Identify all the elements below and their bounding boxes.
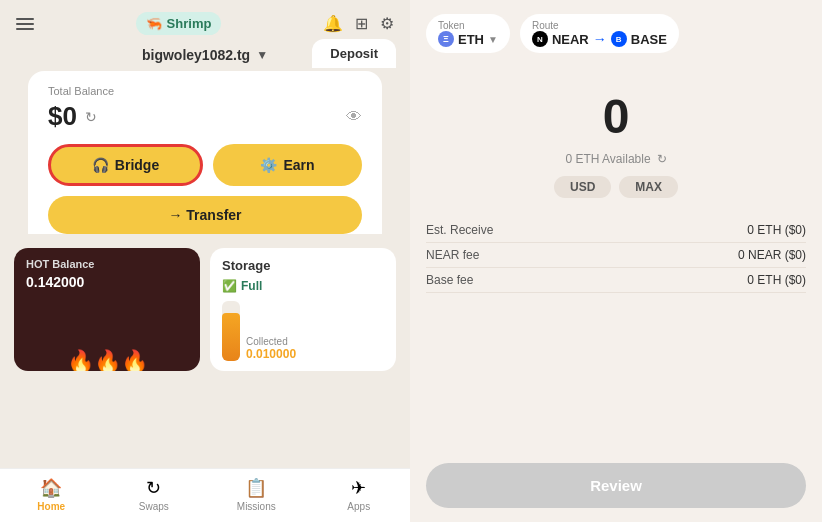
base-fee-value: 0 ETH ($0) [747, 273, 806, 287]
menu-icon[interactable] [16, 18, 34, 30]
cards-row: HOT Balance 0.142000 🔥🔥🔥 Storage ✅ Full … [14, 248, 396, 371]
eth-icon: Ξ [438, 31, 454, 47]
storage-collected-info: Collected 0.010000 [246, 336, 296, 361]
bell-icon[interactable]: 🔔 [323, 14, 343, 33]
account-name: bigwoley1082.tg [142, 47, 250, 63]
storage-label: Storage [222, 258, 384, 273]
route-header: Token Ξ ETH ▼ Route N NEAR → B BASE [426, 14, 806, 53]
balance-section: Total Balance $0 ↻ 👁 🎧 Bridge ⚙️ Earn [28, 71, 382, 234]
near-fee-row: NEAR fee 0 NEAR ($0) [426, 243, 806, 268]
top-bar: 🦐 Shrimp 🔔 ⊞ ⚙ [0, 0, 410, 43]
nav-home-label: Home [37, 501, 65, 512]
near-fee-label: NEAR fee [426, 248, 479, 262]
est-receive-value: 0 ETH ($0) [747, 223, 806, 237]
missions-icon: 📋 [245, 477, 267, 499]
token-chevron-icon: ▼ [488, 34, 498, 45]
bridge-button[interactable]: 🎧 Bridge [48, 144, 203, 186]
action-buttons: 🎧 Bridge ⚙️ Earn [48, 144, 362, 186]
nav-swaps[interactable]: ↻ Swaps [103, 477, 206, 512]
route-info: Route N NEAR → B BASE [532, 20, 667, 47]
fee-section: Est. Receive 0 ETH ($0) NEAR fee 0 NEAR … [426, 218, 806, 293]
brand-label: Shrimp [167, 16, 212, 31]
hot-balance-value: 0.142000 [26, 274, 188, 290]
storage-status: ✅ Full [222, 279, 384, 293]
balance-amount: $0 [48, 101, 77, 132]
fire-icon: 🔥🔥🔥 [14, 349, 200, 371]
base-fee-row: Base fee 0 ETH ($0) [426, 268, 806, 293]
storage-bar [222, 301, 240, 361]
total-balance-label: Total Balance [48, 85, 362, 97]
storage-bar-fill [222, 313, 240, 361]
near-icon: N [532, 31, 548, 47]
available-row: 0 ETH Available ↻ [426, 152, 806, 166]
earn-label: Earn [283, 157, 314, 173]
top-icons: 🔔 ⊞ ⚙ [323, 14, 394, 33]
nav-missions[interactable]: 📋 Missions [205, 477, 308, 512]
storage-status-label: Full [241, 279, 262, 293]
storage-bar-container: Collected 0.010000 [222, 301, 384, 361]
usd-button[interactable]: USD [554, 176, 611, 198]
review-button[interactable]: Review [426, 463, 806, 508]
balance-section-wrapper: Deposit Total Balance $0 ↻ 👁 🎧 Bridge ⚙️ [14, 71, 396, 248]
home-icon: 🏠 [40, 477, 62, 499]
token-value: Ξ ETH ▼ [438, 31, 498, 47]
transfer-button[interactable]: → Transfer [48, 196, 362, 234]
bridge-label: Bridge [115, 157, 159, 173]
storage-card: Storage ✅ Full Collected 0.010000 [210, 248, 396, 371]
est-receive-row: Est. Receive 0 ETH ($0) [426, 218, 806, 243]
amount-value: 0 [426, 89, 806, 144]
nav-swaps-label: Swaps [139, 501, 169, 512]
brand-pill[interactable]: 🦐 Shrimp [136, 12, 222, 35]
nav-home[interactable]: 🏠 Home [0, 477, 103, 512]
route-selector[interactable]: Route N NEAR → B BASE [520, 14, 679, 53]
transfer-label: → Transfer [168, 207, 241, 223]
route-value: N NEAR → B BASE [532, 31, 667, 47]
settings-icon[interactable]: ⚙ [380, 14, 394, 33]
storage-collected-value: 0.010000 [246, 347, 296, 361]
near-fee-value: 0 NEAR ($0) [738, 248, 806, 262]
base-icon: B [611, 31, 627, 47]
bottom-nav: 🏠 Home ↻ Swaps 📋 Missions ✈ Apps [0, 468, 410, 522]
bridge-icon: 🎧 [92, 157, 109, 173]
token-selector[interactable]: Token Ξ ETH ▼ [426, 14, 510, 53]
route-arrow-icon: → [593, 31, 607, 47]
hot-balance-label: HOT Balance [26, 258, 188, 270]
est-receive-label: Est. Receive [426, 223, 493, 237]
balance-amount-row: $0 ↻ 👁 [48, 101, 362, 132]
deposit-tab[interactable]: Deposit [312, 39, 396, 68]
nav-apps[interactable]: ✈ Apps [308, 477, 411, 512]
apps-icon: ✈ [351, 477, 366, 499]
swaps-icon: ↻ [146, 477, 161, 499]
check-icon: ✅ [222, 279, 237, 293]
balance-content: Total Balance $0 ↻ 👁 🎧 Bridge ⚙️ Earn [44, 85, 366, 234]
storage-collected-label: Collected [246, 336, 296, 347]
balance-refresh-icon[interactable]: ↻ [85, 109, 97, 125]
eye-icon[interactable]: 👁 [346, 108, 362, 126]
nav-apps-label: Apps [347, 501, 370, 512]
shrimp-icon: 🦐 [146, 16, 162, 31]
right-panel: Token Ξ ETH ▼ Route N NEAR → B BASE [410, 0, 822, 522]
grid-icon[interactable]: ⊞ [355, 14, 368, 33]
nav-missions-label: Missions [237, 501, 276, 512]
max-button[interactable]: MAX [619, 176, 678, 198]
earn-button[interactable]: ⚙️ Earn [213, 144, 362, 186]
available-text: 0 ETH Available [565, 152, 650, 166]
token-info: Token Ξ ETH ▼ [438, 20, 498, 47]
token-label: Token [438, 20, 498, 31]
base-fee-label: Base fee [426, 273, 473, 287]
usd-max-row: USD MAX [426, 176, 806, 198]
left-panel: 🦐 Shrimp 🔔 ⊞ ⚙ bigwoley1082.tg ▼ Deposit… [0, 0, 410, 522]
route-label: Route [532, 20, 667, 31]
earn-icon: ⚙️ [260, 157, 277, 173]
available-refresh-icon[interactable]: ↻ [657, 152, 667, 166]
hot-balance-card: HOT Balance 0.142000 🔥🔥🔥 [14, 248, 200, 371]
amount-display: 0 [426, 89, 806, 144]
account-dropdown-icon: ▼ [256, 48, 268, 62]
